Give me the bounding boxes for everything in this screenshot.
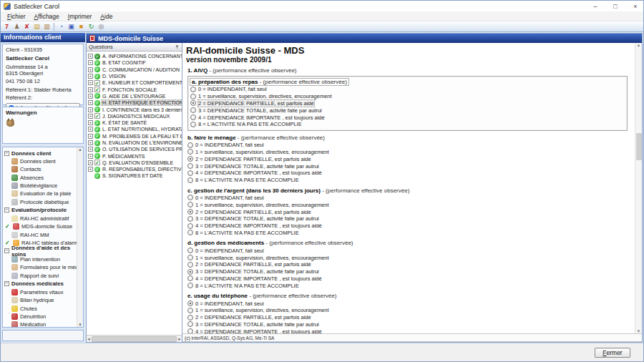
radio-button[interactable] — [187, 255, 193, 260]
save-icon[interactable]: ▣ — [67, 22, 76, 31]
nav-item-evaluation-de-la-plaie[interactable]: Evaluation de la plaie — [4, 190, 83, 197]
fermer-button[interactable]: Fermer — [595, 348, 630, 358]
radio-button[interactable] — [187, 156, 193, 162]
nav-item-d-nutrition[interactable]: Dénutrition — [4, 313, 83, 321]
expand-icon[interactable]: + — [88, 107, 93, 112]
note-icon[interactable]: ▤ — [32, 22, 42, 31]
tree-item[interactable]: +✓M. PROBLEMES DE LA PEAU ET DES PIEDS — [88, 133, 182, 140]
radio-button[interactable] — [187, 202, 193, 207]
radio-button[interactable] — [190, 87, 196, 92]
nav-item-rai-hc-mm[interactable]: RAI-HC MM — [4, 230, 83, 238]
radio-button[interactable] — [187, 230, 193, 235]
tree-item[interactable]: ✓S. SIGNATURES ET DATE — [88, 172, 182, 179]
nav-item-bilan-hydrique[interactable]: Bilan hydrique — [4, 296, 83, 304]
nav-item-param-tres-vitaux[interactable]: Paramètres vitaux — [4, 288, 83, 296]
tree-item[interactable]: +✓D. VISION — [88, 73, 182, 79]
refresh-icon[interactable]: ↻ — [87, 22, 96, 31]
nav-section-header[interactable]: −Données client — [4, 149, 83, 157]
tree-item[interactable]: +✓J. DIAGNOSTICS MEDICAUX — [88, 113, 182, 119]
tree-item[interactable]: +✓K. ÉTAT DE SANTÉ — [88, 119, 182, 126]
expand-icon[interactable]: + — [88, 147, 93, 152]
radio-button[interactable] — [187, 195, 193, 200]
expand-icon[interactable]: + — [88, 140, 93, 145]
nav-item-rapport-de-suivi[interactable]: Rapport de suivi — [4, 272, 83, 280]
radio-button[interactable] — [187, 321, 193, 327]
nav-scrollbar[interactable]: ▲▼ — [77, 147, 83, 327]
nav-item-protocole-diab-tique[interactable]: Protocole diabétique — [4, 197, 83, 205]
radio-button[interactable] — [187, 269, 193, 275]
collapse-icon[interactable]: − — [4, 281, 9, 286]
nav-item-formulaires-pour-le-m-decin[interactable]: Formulaires pour le médecin — [4, 263, 83, 271]
scroll-right-arrow[interactable]: ► — [177, 337, 182, 341]
expand-icon[interactable]: + — [88, 94, 93, 99]
nav-item-contacts[interactable]: Contacts — [4, 165, 83, 173]
seven-logo-icon[interactable]: 7 — [2, 22, 11, 31]
expand-icon[interactable]: + — [88, 134, 93, 139]
expand-icon[interactable]: + — [88, 120, 93, 125]
tree-item[interactable]: +✓H. ETAT PHYSIQUE ET FONCTIONNEL — [88, 99, 182, 106]
radio-button[interactable] — [187, 142, 193, 148]
scroll-thumb[interactable] — [92, 336, 177, 342]
radio-button[interactable] — [190, 107, 196, 113]
nav-section-header[interactable]: −Données d'aide et des soins — [4, 247, 83, 255]
radio-button[interactable] — [190, 94, 196, 99]
print-preview-icon[interactable]: ◎ — [97, 22, 106, 31]
nav-item-chutes[interactable]: Chutes — [4, 304, 83, 312]
tree-item[interactable]: +✓R. RESPONSABILITES, DIRECTIVES — [88, 166, 182, 172]
expand-icon[interactable]: + — [88, 87, 93, 92]
minimize-button[interactable]: – — [590, 3, 600, 10]
clock-icon[interactable]: ◔ — [57, 22, 66, 31]
tree-item[interactable]: +✓B. ETAT COGNITIF — [88, 59, 182, 66]
radio-button[interactable] — [187, 177, 193, 183]
radio-button[interactable] — [187, 163, 193, 169]
expand-icon[interactable]: + — [88, 160, 93, 165]
menu-item-fichier[interactable]: Fichier — [3, 12, 30, 21]
collapse-icon[interactable]: − — [4, 151, 9, 156]
tree-item[interactable]: +✓C. COMMUNICATION / AUDITION — [88, 67, 182, 73]
tree-item[interactable]: +✓P. MÉDICAMENTS — [88, 152, 182, 159]
expand-icon[interactable]: + — [88, 154, 93, 159]
tree-item[interactable]: +✓F. FONCTION SOCIALE — [88, 86, 182, 92]
radio-button[interactable] — [190, 100, 196, 106]
tree-item[interactable]: +✓O. UTILISATION DE SERVICES PROFESSION — [88, 146, 182, 152]
expand-icon[interactable]: + — [88, 114, 93, 119]
tree-item[interactable]: +✓G. AIDE DE L'ENTOURAGE — [88, 93, 182, 99]
radio-button[interactable] — [190, 114, 196, 120]
lock-icon[interactable]: ■ — [77, 22, 86, 31]
scroll-left-arrow[interactable]: ◄ — [87, 337, 91, 341]
radio-button[interactable] — [187, 170, 193, 176]
tree-item[interactable]: +✓A. INFORMATIONS CONCERNANT L'EVALUA — [88, 53, 182, 59]
radio-button[interactable] — [187, 248, 193, 253]
menu-item-aide[interactable]: Aide — [96, 12, 117, 21]
expand-icon[interactable]: + — [88, 100, 93, 105]
expand-icon[interactable]: + — [88, 74, 93, 79]
maximize-button[interactable]: □ — [610, 3, 620, 10]
expand-icon[interactable]: + — [88, 80, 93, 85]
menu-item-imprimer[interactable]: Imprimer — [64, 12, 97, 21]
radio-button[interactable] — [187, 315, 193, 321]
form-vertical-scrollbar[interactable]: ▲ ▼ — [635, 43, 642, 333]
nav-section-header[interactable]: −Evaluation/protocole — [4, 206, 83, 215]
tree-item[interactable]: +✓Q. EVALUATION D'ENSEMBLE — [88, 160, 182, 166]
scroll-thumb[interactable] — [636, 133, 642, 160]
close-button[interactable]: × — [630, 3, 640, 10]
delete-client-icon[interactable]: ✘ — [22, 22, 31, 31]
radio-button[interactable] — [187, 216, 193, 222]
expand-icon[interactable]: + — [88, 54, 93, 59]
radio-button[interactable] — [187, 275, 193, 281]
tree-horizontal-scrollbar[interactable]: ◄ ► — [87, 335, 182, 342]
nav-item-mds-domicile-suisse[interactable]: ✓MDS-domicile Suisse — [4, 222, 83, 230]
tree-item[interactable]: +✓N. EVALUATION DE L'ENVIRONNEMENT — [88, 140, 182, 146]
radio-button[interactable] — [190, 122, 196, 127]
client-icon[interactable]: ♟ — [12, 22, 21, 31]
nav-item-absences[interactable]: Absences — [4, 174, 83, 182]
collapse-icon[interactable]: − — [4, 207, 9, 212]
radio-button[interactable] — [187, 209, 193, 215]
scroll-up-arrow[interactable]: ▲ — [637, 43, 641, 47]
radio-button[interactable] — [187, 223, 193, 229]
expand-icon[interactable]: + — [88, 60, 93, 65]
nav-item-m-dication[interactable]: Médication — [4, 321, 83, 328]
expand-icon[interactable]: + — [88, 127, 93, 132]
nav-item-donn-es-client[interactable]: Données client — [4, 157, 83, 165]
expand-icon[interactable]: + — [88, 67, 93, 72]
